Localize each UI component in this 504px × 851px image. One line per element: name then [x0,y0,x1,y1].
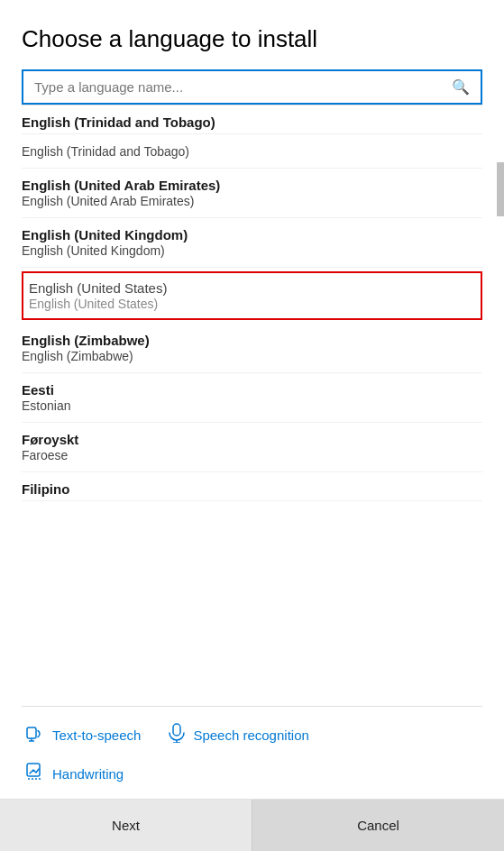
language-english-name: English (United States) [29,297,475,311]
features-row-2: Handwriting [22,758,482,790]
language-native-name: English (United Kingdom) [22,227,482,242]
feature-speech[interactable]: Speech recognition [168,719,308,751]
list-item[interactable]: Filipino [22,472,482,501]
search-input[interactable] [34,79,452,95]
language-english-name: Faroese [22,448,482,462]
next-button[interactable]: Next [0,800,252,851]
list-item[interactable]: English (Trinidad and Tobago) [22,134,482,169]
speech-icon [168,723,186,747]
language-english-name: Estonian [22,398,482,413]
handwriting-label: Handwriting [52,766,124,782]
language-english-name: English (Trinidad and Tobago) [22,144,482,159]
language-install-dialog: Choose a language to install 🔍 English (… [0,0,504,851]
features-bar: Text-to-speech Speech recognition [22,706,482,799]
handwriting-icon [25,762,45,786]
svg-rect-0 [27,727,36,738]
language-native-name: English (United States) [29,280,475,296]
language-native-name: Eesti [22,382,482,398]
list-item-selected[interactable]: English (United States) English (United … [22,271,482,320]
scrollbar-thumb[interactable] [497,162,504,216]
features-row: Text-to-speech Speech recognition [22,719,482,751]
language-list: English (Trinidad and Tobago) English (T… [22,105,482,706]
language-english-name: English (United Kingdom) [22,243,482,258]
language-native-name: English (Trinidad and Tobago) [22,114,482,130]
language-english-name: English (Zimbabwe) [22,349,482,363]
search-container: 🔍 [22,69,482,105]
tts-icon [25,723,45,747]
speech-label: Speech recognition [193,727,308,743]
language-native-name: English (United Arab Emirates) [22,178,482,193]
tts-label: Text-to-speech [52,727,141,743]
cancel-button[interactable]: Cancel [252,800,504,851]
list-item[interactable]: English (Trinidad and Tobago) [22,105,482,134]
list-item[interactable]: Eesti Estonian [22,373,482,423]
language-native-name: Føroyskt [22,432,482,447]
language-english-name: English (United Arab Emirates) [22,194,482,208]
page-title: Choose a language to install [22,25,482,53]
search-icon: 🔍 [452,78,470,96]
language-native-name: English (Zimbabwe) [22,333,482,348]
list-item[interactable]: English (United Kingdom) English (United… [22,218,482,268]
list-item[interactable]: English (United Arab Emirates) English (… [22,169,482,218]
buttons-bar: Next Cancel [0,799,504,851]
svg-rect-3 [173,724,180,736]
feature-tts[interactable]: Text-to-speech [25,719,141,751]
feature-handwriting[interactable]: Handwriting [25,758,124,790]
list-item[interactable]: English (Zimbabwe) English (Zimbabwe) [22,324,482,373]
language-native-name: Filipino [22,481,482,497]
list-item[interactable]: Føroyskt Faroese [22,423,482,472]
